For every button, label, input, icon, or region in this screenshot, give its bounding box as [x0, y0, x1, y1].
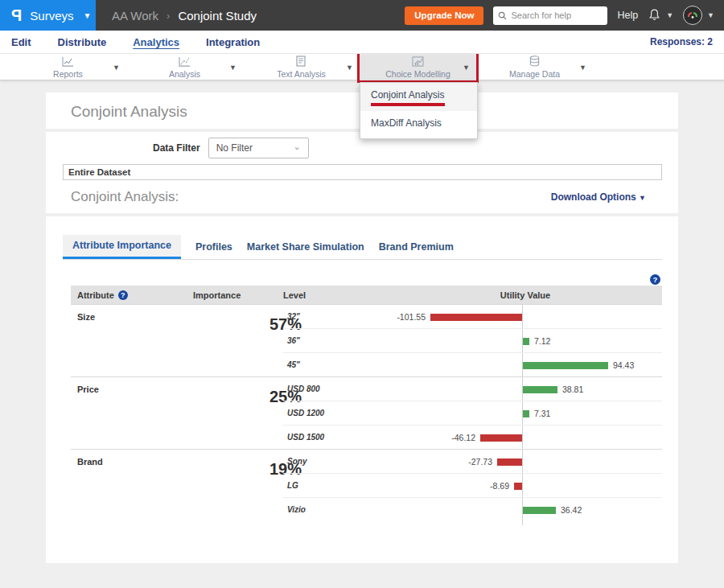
section-heading: Conjoint Analysis:	[71, 189, 179, 205]
toolbar-text-analysis-button[interactable]: Text Analysis▼	[243, 54, 360, 80]
avatar[interactable]	[683, 6, 702, 25]
utility-value: -46.12	[451, 433, 475, 442]
utility-bar	[523, 362, 608, 369]
tab-market-share-simulation[interactable]: Market Share Simulation	[247, 236, 364, 259]
chevron-down-icon: ▼	[639, 194, 646, 202]
product-menu[interactable]: P Surveys ▼	[0, 0, 96, 31]
data-filter-value: No Filter	[216, 142, 253, 154]
chevron-down-icon[interactable]: ▼	[463, 64, 470, 72]
column-header-utility-value: Utility Value	[473, 290, 578, 300]
level-row: LG-8.69	[283, 474, 662, 498]
nav-item-analytics[interactable]: Analytics	[133, 36, 179, 48]
attribute-name: Size	[77, 312, 95, 322]
utility-bar	[514, 483, 522, 490]
nav-item-integration[interactable]: Integration	[206, 36, 260, 48]
utility-value: -101.55	[397, 312, 426, 322]
tab-attribute-importance[interactable]: Attribute Importance	[63, 235, 181, 259]
utility-bar	[480, 434, 522, 442]
toolbar-label: Text Analysis	[277, 70, 326, 79]
survey-nav: EditDistributeAnalyticsIntegration Respo…	[0, 31, 724, 54]
utility-value: 38.81	[562, 384, 583, 394]
utility-bar	[497, 458, 522, 466]
toolbar-reports-button[interactable]: Reports▼	[10, 54, 126, 80]
menu-item-label: MaxDiff Analysis	[371, 117, 442, 129]
chevron-down-icon[interactable]: ▼	[666, 11, 673, 19]
chevron-down-icon[interactable]: ▼	[346, 64, 353, 72]
utility-value: 94.43	[613, 360, 634, 370]
toolbar-label: Choice Modelling	[385, 70, 450, 79]
utility-value: 7.31	[534, 409, 550, 418]
chevron-down-icon: ▼	[84, 11, 92, 20]
utility-value: -8.69	[490, 481, 509, 491]
toolbar-analysis-button[interactable]: Analysis▼	[126, 54, 243, 80]
chevron-down-icon[interactable]: ▼	[113, 64, 120, 72]
responses-count[interactable]: Responses: 2	[650, 36, 713, 47]
menu-item-maxdiff-analysis[interactable]: MaxDiff Analysis	[360, 111, 477, 134]
tab-profiles[interactable]: Profiles	[195, 236, 232, 259]
level-row: 36"7.12	[283, 329, 662, 353]
utility-bar	[523, 410, 529, 417]
column-header-importance: Importance	[193, 290, 241, 300]
level-label: 32"	[287, 312, 300, 321]
utility-bar	[430, 314, 522, 321]
help-search[interactable]	[493, 6, 607, 25]
divider	[46, 213, 678, 216]
attribute-importance-table: Attribute?ImportanceLevelUtility ValueSi…	[71, 286, 662, 521]
notifications-bell-icon[interactable]	[648, 8, 661, 23]
chevron-down-icon[interactable]: ▼	[579, 64, 586, 72]
tab-brand-premium[interactable]: Brand Premium	[379, 236, 454, 259]
menu-item-conjoint-analysis[interactable]: Conjoint Analysis	[360, 83, 477, 111]
attribute-name: Brand	[77, 457, 103, 467]
help-icon[interactable]: ?	[650, 271, 660, 286]
gauge-icon	[686, 9, 699, 22]
level-label: USD 800	[287, 384, 320, 393]
choice-chart-icon	[412, 56, 424, 69]
help-link[interactable]: Help	[617, 10, 638, 21]
level-row: USD 80038.81	[283, 377, 662, 401]
chevron-down-icon[interactable]: ▼	[707, 11, 714, 19]
attribute-group-price: Price25%USD 80038.81USD 12007.31USD 1500…	[71, 376, 662, 449]
dataset-field[interactable]: Entire Dataset	[63, 164, 662, 180]
level-label: LG	[287, 481, 298, 490]
red-underline-annotation	[371, 103, 445, 106]
database-icon	[529, 56, 540, 69]
level-label: USD 1200	[287, 409, 324, 417]
nav-item-distribute[interactable]: Distribute	[58, 36, 107, 48]
download-options-button[interactable]: Download Options ▼	[551, 191, 646, 203]
level-label: USD 1500	[287, 433, 324, 442]
text-document-icon	[296, 56, 306, 69]
level-row: USD 1500-46.12	[283, 426, 662, 450]
level-label: 36"	[287, 336, 300, 345]
chevron-down-icon[interactable]: ▼	[229, 64, 237, 72]
toolbar-manage-data-button[interactable]: Manage Data▼	[476, 54, 593, 80]
level-label: 45"	[287, 360, 300, 369]
toolbar-label: Reports	[53, 70, 83, 79]
level-row: Vizio36.42	[283, 498, 662, 522]
utility-value: 36.42	[561, 505, 582, 515]
menu-item-label: Conjoint Analysis	[371, 89, 444, 101]
upgrade-now-button[interactable]: Upgrade Now	[405, 6, 483, 25]
breadcrumb: AA Work › Conjoint Study	[112, 9, 257, 23]
analytics-toolbar: Reports▼Analysis▼Text Analysis▼Choice Mo…	[0, 54, 724, 80]
help-icon[interactable]: ?	[118, 290, 128, 300]
level-row: Sony-27.73	[283, 450, 662, 474]
trend-chart-icon	[179, 56, 191, 69]
utility-bar	[523, 386, 557, 393]
breadcrumb-separator-icon: ›	[167, 10, 170, 22]
line-chart-icon	[62, 56, 74, 69]
search-input[interactable]	[511, 10, 599, 20]
top-bar: P Surveys ▼ AA Work › Conjoint Study Upg…	[0, 0, 724, 31]
level-row: USD 12007.31	[283, 401, 662, 426]
toolbar-choice-modelling-button[interactable]: Choice Modelling▼	[360, 54, 476, 80]
data-filter-label: Data Filter	[153, 142, 200, 154]
search-icon	[498, 11, 507, 20]
analysis-tabs: Attribute ImportanceProfilesMarket Share…	[63, 236, 662, 260]
content-card: Conjoint Analysis Data Filter No Filter …	[46, 93, 678, 563]
level-label: Sony	[287, 457, 306, 466]
attribute-group-brand: Brand19%Sony-27.73LG-8.69Vizio36.42	[71, 449, 662, 521]
breadcrumb-workspace[interactable]: AA Work	[112, 9, 158, 23]
data-filter-select[interactable]: No Filter ⌄	[208, 138, 309, 158]
nav-item-edit[interactable]: Edit	[11, 36, 31, 48]
utility-bar	[523, 338, 529, 345]
toolbar-label: Manage Data	[509, 70, 560, 79]
